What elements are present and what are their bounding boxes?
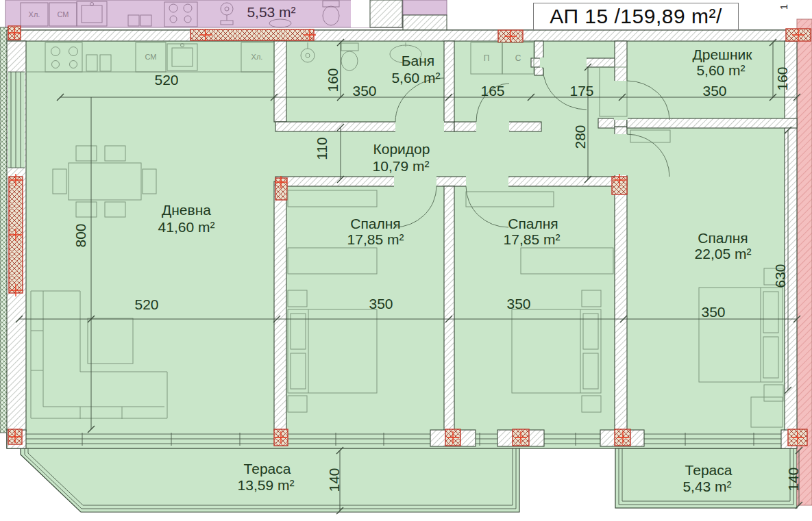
wall-bedroom1-bedroom2	[444, 186, 454, 431]
utility-c-label: С	[515, 54, 521, 62]
wall-dressing-bottom	[627, 118, 797, 128]
room-label-bedroom1-area: 17,85 m²	[347, 232, 404, 246]
dim-bedroom3-height: 630	[773, 264, 787, 288]
dim-living-top: 520	[154, 73, 178, 87]
dim-corridor-height: 110	[315, 137, 329, 160]
dim-entry-width: 175	[569, 84, 593, 98]
neighbor-fridge-label: Хл.	[29, 11, 40, 18]
dim-bedroom2-width: 350	[506, 296, 530, 311]
room-label-bath-name: Баня	[402, 53, 434, 68]
kitchen-washer-label: СМ	[145, 53, 157, 61]
neighbor-area-label: 5,53 m²	[247, 5, 295, 19]
room-label-living-name: Дневна	[162, 203, 211, 217]
dim-terrace2-depth: 140	[786, 467, 800, 491]
dim-bedroom3-width: 350	[701, 305, 725, 319]
room-label-terrace1-name: Тераса	[244, 461, 291, 476]
dim-living-height: 800	[73, 223, 88, 247]
room-label-terrace1-area: 13,59 m²	[238, 478, 295, 492]
wall-entry-stub	[598, 118, 616, 128]
dim-terrace1-depth: 140	[327, 468, 341, 492]
room-label-bedroom2-name: Спалня	[508, 216, 558, 231]
dim-bath-width: 350	[352, 84, 376, 98]
wall-bath-utility	[444, 41, 454, 122]
dim-living-bottom: 520	[134, 297, 158, 312]
room-label-living-area: 41,60 m²	[158, 220, 215, 234]
neighbor-washer-label: СМ	[58, 11, 69, 18]
room-label-dressing-name: Дрешник	[693, 47, 752, 62]
kitchen-fridge-label: Хл.	[251, 53, 263, 61]
wall-top	[7, 30, 797, 41]
room-label-corridor-area: 10,79 m²	[373, 159, 430, 173]
dim-dressing-height: 160	[775, 66, 789, 90]
dim-bath-height: 160	[325, 68, 340, 92]
room-label-dressing-area: 5,60 m²	[696, 63, 745, 77]
dim-bedroom1-width: 350	[369, 296, 393, 311]
neighbor-wall-block	[370, 0, 402, 27]
room-label-bedroom3-area: 22,05 m²	[695, 246, 752, 261]
grid-axis-mark: 1	[778, 4, 789, 10]
room-label-bath-area: 5,60 m²	[391, 71, 440, 85]
room-label-bedroom3-name: Спалня	[698, 231, 748, 245]
room-label-terrace2-name: Тераса	[685, 463, 733, 477]
wall-corridor-bedrooms	[275, 177, 627, 186]
room-label-bedroom1-name: Спалня	[350, 216, 400, 231]
dim-entry-height: 280	[573, 125, 587, 149]
neighbor-door-gap	[351, 0, 370, 27]
wall-living-bath	[274, 41, 286, 122]
left-window	[8, 72, 25, 168]
neighbor-apartment-strip	[5, 0, 447, 30]
room-label-corridor-name: Коридор	[373, 142, 430, 156]
room-label-bedroom2-area: 17,85 m²	[504, 232, 561, 246]
apartment-floor	[7, 30, 797, 512]
wall-living-bedroom1	[274, 181, 286, 431]
floor-plan-page: АП 15 /159,89 m²/ 1 5,53 m² Хл. СМ СМ Хл…	[0, 0, 812, 521]
apartment-title: АП 15 /159,89 m²/	[533, 3, 739, 30]
dim-utility-width: 165	[480, 84, 504, 98]
utility-p-label: П	[484, 54, 490, 62]
room-label-terrace2-area: 5,43 m²	[682, 479, 731, 494]
dim-dressing-width: 350	[702, 84, 726, 98]
